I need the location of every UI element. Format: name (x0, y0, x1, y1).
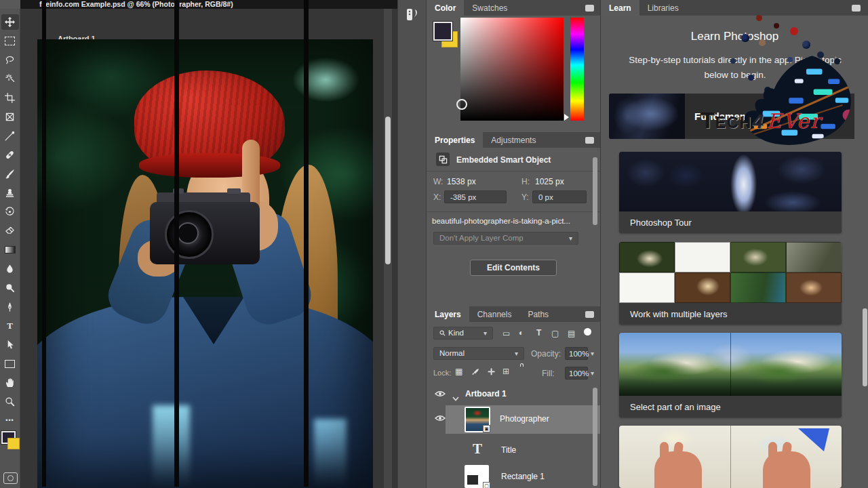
pen-tool[interactable] (1, 299, 19, 314)
layer-name[interactable]: Artboard 1 (465, 389, 507, 399)
visibility-eye-icon[interactable] (435, 415, 446, 422)
hue-slider[interactable] (570, 18, 584, 121)
learn-scrollbar-thumb[interactable] (863, 308, 867, 386)
panel-color-swatch-pair[interactable] (433, 22, 454, 43)
layer-thumbnail[interactable]: ▣ (465, 407, 490, 432)
eraser-tool[interactable] (1, 223, 19, 239)
chevron-down-icon: ▾ (515, 347, 518, 360)
gradient-icon (5, 246, 16, 253)
more-tools-button[interactable]: ••• (1, 413, 19, 428)
section-header[interactable]: Fundamental Skills (685, 94, 854, 139)
tutorial-card-partial[interactable] (619, 426, 842, 488)
panel-foreground-swatch[interactable] (433, 22, 452, 41)
layer-row-title[interactable]: T Title (427, 439, 601, 462)
filter-type-icon[interactable]: T (536, 329, 541, 337)
y-input[interactable]: 0 px (532, 190, 587, 203)
section-chevron-icon[interactable] (829, 113, 842, 125)
lock-transparency-icon[interactable]: ▦ (455, 367, 462, 375)
layer-name[interactable]: Photographer (500, 414, 549, 424)
filter-smart-object-icon[interactable]: ▤ (568, 329, 575, 338)
fill-input[interactable]: 100% (565, 367, 588, 380)
layer-row-artboard[interactable]: Artboard 1 (427, 385, 601, 404)
layer-comp-dropdown[interactable]: Don't Apply Layer Comp ▾ (433, 232, 578, 245)
tab-channels[interactable]: Channels (469, 306, 520, 322)
tab-properties[interactable]: Properties (427, 132, 483, 148)
fill-chevron-icon[interactable]: ▾ (591, 369, 594, 377)
filter-image-icon[interactable]: ▭ (502, 329, 510, 338)
layers-panel-menu-icon[interactable] (585, 311, 594, 318)
screen-mode-button[interactable] (3, 472, 18, 484)
shape-badge-icon: ▢ (483, 482, 490, 488)
type-tool[interactable]: T (1, 318, 19, 333)
learn-panel-menu-icon[interactable] (852, 5, 861, 12)
frame-tool[interactable] (1, 109, 19, 125)
clone-stamp-tool[interactable] (1, 185, 19, 201)
collapsed-panel-icon[interactable] (405, 7, 421, 24)
hand-icon (5, 378, 15, 388)
layer-name[interactable]: Title (501, 445, 516, 455)
path-selection-tool[interactable] (1, 337, 19, 352)
color-cursor[interactable] (456, 99, 467, 110)
layer-row-rectangle[interactable]: ▢ Rectangle 1 (427, 465, 601, 488)
crop-tool[interactable] (1, 90, 19, 106)
visibility-eye-icon[interactable] (435, 390, 446, 397)
hue-slider-marker[interactable] (564, 114, 569, 121)
tab-color[interactable]: Color (427, 0, 464, 16)
color-panel-menu-icon[interactable] (585, 5, 594, 12)
background-color-swatch[interactable] (7, 438, 20, 449)
rectangle-tool[interactable] (1, 356, 19, 371)
section-thumbnail[interactable] (609, 94, 685, 139)
filter-shape-icon[interactable]: ▢ (551, 329, 559, 338)
filter-toggle-icon[interactable] (584, 328, 591, 336)
properties-panel-menu-icon[interactable] (585, 137, 594, 144)
layer-comp-value: Don't Apply Layer Comp (439, 232, 524, 245)
lasso-tool[interactable] (1, 52, 19, 68)
tab-paths[interactable]: Paths (519, 306, 557, 322)
history-brush-tool[interactable] (1, 204, 19, 220)
canvas-scrollbar-thumb[interactable] (385, 117, 391, 264)
layer-row-photographer-selected[interactable]: ▣ Photographer (446, 405, 601, 434)
x-input[interactable]: -385 px (444, 190, 507, 203)
layer-name[interactable]: Rectangle 1 (501, 472, 545, 481)
magic-wand-tool[interactable] (1, 71, 19, 87)
color-swatch-pair[interactable] (1, 431, 19, 451)
zoom-tool[interactable] (1, 394, 19, 409)
properties-scrollbar-thumb[interactable] (593, 157, 597, 225)
eyedropper-tool[interactable] (1, 128, 19, 144)
tab-adjustments[interactable]: Adjustments (483, 132, 544, 148)
layer-filter-kind-dropdown[interactable]: Kind ▾ (433, 327, 493, 340)
tutorial-card-multiple-layers[interactable]: Work with multiple layers (619, 242, 842, 325)
marquee-tool[interactable] (1, 33, 19, 49)
tab-swatches[interactable]: Swatches (464, 0, 515, 16)
edit-contents-button[interactable]: Edit Contents (470, 260, 557, 276)
tab-learn[interactable]: Learn (601, 0, 639, 16)
expand-chevron-icon[interactable] (452, 392, 459, 404)
hand-tool[interactable] (1, 375, 19, 390)
opacity-input[interactable]: 100% (565, 347, 588, 360)
healing-brush-tool[interactable] (1, 147, 19, 163)
lock-artboard-icon[interactable]: ⊞ (502, 367, 509, 375)
layers-scrollbar-thumb[interactable] (593, 388, 597, 486)
photo-artboard[interactable] (37, 39, 373, 488)
gradient-tool[interactable] (1, 242, 19, 258)
healing-brush-icon (5, 150, 15, 160)
color-gradient-field[interactable] (460, 18, 564, 121)
filter-adjustment-icon[interactable]: ◐ (519, 329, 524, 337)
hand-shape (654, 451, 702, 488)
canvas-area[interactable]: Artboard 1 (20, 9, 397, 488)
blend-mode-dropdown[interactable]: Normal ▾ (433, 347, 524, 360)
move-icon (5, 17, 15, 27)
tab-libraries[interactable]: Libraries (639, 0, 687, 16)
dodge-icon (5, 283, 15, 293)
tutorial-card-select-image[interactable]: Select part of an image (619, 333, 842, 418)
glitch-bar (174, 0, 179, 487)
lock-paint-icon[interactable] (471, 367, 479, 379)
move-tool[interactable] (1, 14, 19, 30)
dodge-tool[interactable] (1, 280, 19, 296)
tutorial-card-photoshop-tour[interactable]: Photoshop Tour (619, 152, 842, 233)
tab-layers[interactable]: Layers (427, 306, 469, 322)
opacity-chevron-icon[interactable]: ▾ (591, 350, 594, 357)
blur-tool[interactable] (1, 261, 19, 277)
brush-tool[interactable] (1, 166, 19, 182)
lock-position-icon[interactable]: ✛ (488, 367, 495, 376)
